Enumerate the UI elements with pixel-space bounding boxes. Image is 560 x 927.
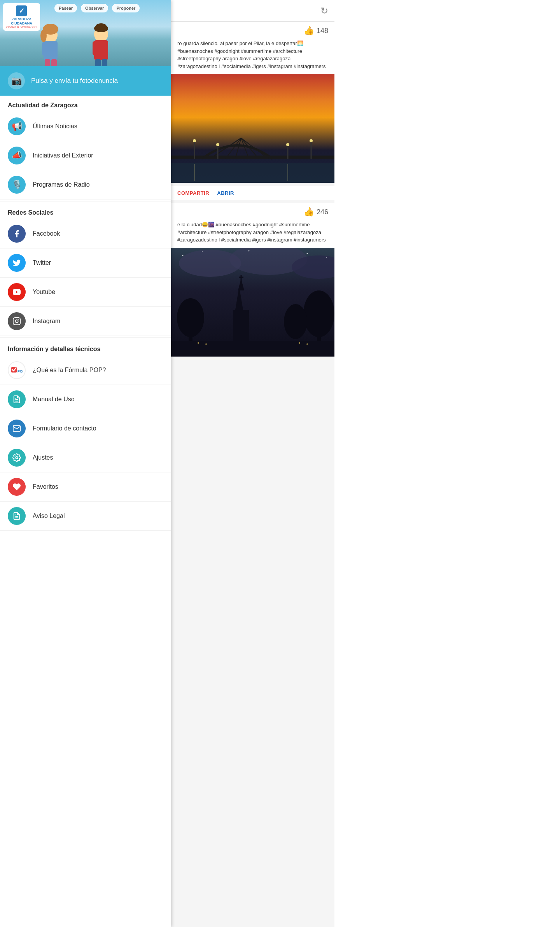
- instagram-label: Instagram: [33, 318, 60, 325]
- iniciativas-label: Iniciativas del Exterior: [33, 152, 93, 159]
- photo-denuncia-label: Pulsa y envía tu fotodenuncia: [31, 77, 118, 85]
- characters-svg: [23, 16, 148, 66]
- like-icon-1: 👍: [304, 26, 314, 36]
- menu-iniciativas[interactable]: 📣 Iniciativas del Exterior: [0, 141, 171, 170]
- bridge-svg: [171, 121, 334, 183]
- svg-point-49: [202, 251, 203, 252]
- night-sky-svg: [171, 248, 334, 357]
- section-redes: Redes Sociales: [0, 203, 171, 219]
- svg-point-19: [18, 319, 19, 320]
- menu-ultimas-noticias[interactable]: 📢 Últimas Noticias: [0, 112, 171, 141]
- manual-icon: [8, 390, 26, 408]
- svg-point-66: [299, 342, 300, 344]
- svg-rect-3: [52, 42, 58, 56]
- post-2-image: [171, 248, 334, 357]
- post-1-image: [171, 74, 334, 183]
- svg-point-42: [310, 139, 313, 142]
- svg-rect-27: [171, 163, 334, 183]
- svg-point-52: [248, 250, 250, 251]
- logo-checkmark: [16, 5, 27, 16]
- svg-point-7: [40, 30, 47, 42]
- favoritos-icon: [8, 478, 26, 496]
- post-1-likes-row: 👍 148: [171, 22, 334, 38]
- photo-denuncia-button[interactable]: 📷 Pulsa y envía tu fotodenuncia: [0, 66, 171, 96]
- svg-point-65: [205, 343, 207, 345]
- speech-observar: Observar: [81, 4, 108, 12]
- menu-instagram[interactable]: Instagram: [0, 307, 171, 336]
- manual-label: Manual de Uso: [33, 396, 75, 403]
- svg-point-64: [198, 342, 199, 344]
- post-actions-1: COMPARTIR ABRIR: [171, 186, 334, 200]
- share-button-1[interactable]: COMPARTIR: [177, 190, 209, 196]
- ajustes-label: Ajustes: [33, 454, 53, 461]
- svg-point-18: [15, 320, 18, 322]
- open-button-1[interactable]: ABRIR: [217, 190, 234, 196]
- menu-facebook[interactable]: Facebook: [0, 219, 171, 248]
- svg-point-50: [307, 253, 308, 254]
- facebook-icon: [8, 225, 26, 243]
- ultimas-noticias-label: Últimas Noticias: [33, 123, 77, 130]
- facebook-label: Facebook: [33, 230, 60, 237]
- svg-rect-13: [102, 59, 107, 66]
- ajustes-icon: [8, 449, 26, 467]
- post-1-actions-row: COMPARTIR ABRIR: [171, 186, 334, 200]
- svg-rect-63: [171, 341, 334, 357]
- speech-pasear: Pasear: [54, 4, 77, 12]
- menu-ajustes[interactable]: Ajustes: [0, 443, 171, 472]
- section-info: Información y detalles técnicos: [0, 339, 171, 356]
- radio-label: Programas de Radio: [33, 181, 90, 188]
- svg-rect-17: [13, 318, 20, 325]
- menu-aviso-legal[interactable]: Aviso Legal: [0, 502, 171, 531]
- menu-twitter[interactable]: Twitter: [0, 248, 171, 278]
- twitter-icon: [8, 254, 26, 272]
- svg-rect-4: [45, 59, 50, 66]
- aviso-legal-label: Aviso Legal: [33, 512, 65, 519]
- svg-text:POP: POP: [18, 369, 23, 373]
- svg-point-67: [306, 343, 308, 345]
- menu-manual[interactable]: Manual de Uso: [0, 385, 171, 414]
- main-content: ↻ 👍 148 ro guarda silencio, al pasar por…: [171, 0, 334, 927]
- svg-rect-10: [93, 41, 98, 55]
- exterior-icon: 📣: [8, 147, 26, 164]
- svg-rect-11: [103, 41, 108, 55]
- svg-rect-12: [95, 59, 101, 66]
- aviso-legal-icon: [8, 507, 26, 525]
- formula-pop-label: ¿Qué es la Fórmula POP?: [33, 367, 106, 374]
- header-banner: ZARAGOZA CIUDADANA Practica la Fórmula P…: [0, 0, 171, 66]
- refresh-button[interactable]: ↻: [320, 5, 328, 16]
- post-2-text: e la ciudad😄🌆 #buenasnoches #goodnight #…: [171, 219, 334, 248]
- svg-point-40: [216, 143, 219, 146]
- menu-radio[interactable]: 🎙️ Programas de Radio: [0, 170, 171, 199]
- like-count-1: 148: [317, 27, 328, 35]
- menu-favoritos[interactable]: Favoritos: [0, 472, 171, 502]
- svg-point-62: [284, 304, 307, 339]
- divider-2: [0, 338, 171, 338]
- top-bar: ↻: [171, 0, 334, 22]
- svg-rect-28: [171, 156, 334, 159]
- formulario-icon: [8, 420, 26, 437]
- like-icon-2: 👍: [304, 207, 314, 217]
- menu-formulario[interactable]: Formulario de contacto: [0, 414, 171, 443]
- like-count-2: 246: [317, 208, 328, 216]
- svg-point-24: [16, 457, 18, 459]
- youtube-icon: [8, 283, 26, 301]
- svg-point-51: [326, 257, 327, 258]
- speech-bubbles: Pasear Observar Proponer: [54, 4, 140, 12]
- svg-point-41: [286, 143, 289, 146]
- menu-youtube[interactable]: Youtube: [0, 278, 171, 307]
- twitter-label: Twitter: [33, 259, 51, 266]
- svg-rect-2: [42, 42, 47, 56]
- favoritos-label: Favoritos: [33, 483, 58, 490]
- youtube-label: Youtube: [33, 289, 55, 296]
- post-2-likes-row: 👍 246: [171, 203, 334, 219]
- megaphone-icon: 📢: [8, 117, 26, 135]
- svg-point-60: [303, 290, 334, 337]
- sidebar: ZARAGOZA CIUDADANA Practica la Fórmula P…: [0, 0, 171, 927]
- menu-formula-pop[interactable]: POP ¿Qué es la Fórmula POP?: [0, 356, 171, 385]
- svg-point-15: [96, 23, 107, 30]
- svg-rect-5: [51, 59, 57, 66]
- post-card-2: 👍 246 e la ciudad😄🌆 #buenasnoches #goodn…: [171, 203, 334, 357]
- svg-point-48: [182, 255, 184, 256]
- svg-point-39: [193, 139, 196, 142]
- post-1-text: ro guarda silencio, al pasar por el Pila…: [171, 38, 334, 74]
